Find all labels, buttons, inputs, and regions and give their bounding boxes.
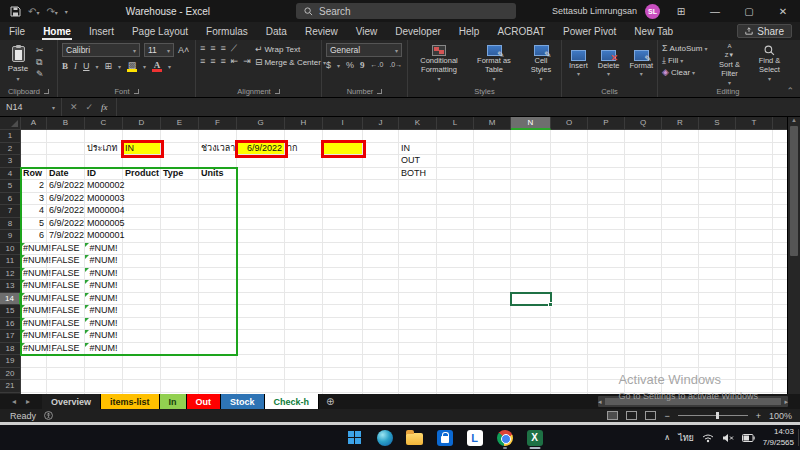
insert-function-icon[interactable]: fx bbox=[101, 102, 108, 112]
cell-R17[interactable] bbox=[662, 330, 699, 343]
cell-S2[interactable] bbox=[699, 143, 736, 156]
cell-H3[interactable] bbox=[285, 155, 323, 168]
cell-N15[interactable] bbox=[511, 305, 551, 318]
new-sheet-button[interactable]: ⊕ bbox=[319, 394, 341, 409]
cell-P19[interactable] bbox=[588, 355, 625, 368]
cell-H16[interactable] bbox=[285, 318, 323, 331]
cell-T20[interactable] bbox=[736, 368, 773, 381]
row-header-21[interactable]: 21 bbox=[0, 380, 21, 393]
cell-T19[interactable] bbox=[736, 355, 773, 368]
cell-G21[interactable] bbox=[237, 380, 285, 393]
cell-E20[interactable] bbox=[161, 368, 199, 381]
page-break-view-icon[interactable] bbox=[645, 411, 656, 420]
decrease-decimal-icon[interactable]: .0→ bbox=[389, 60, 402, 70]
cell-B19[interactable] bbox=[47, 355, 85, 368]
cell-Q6[interactable] bbox=[625, 193, 662, 206]
wifi-icon[interactable] bbox=[702, 433, 714, 443]
cell-K14[interactable] bbox=[399, 293, 437, 306]
cell-K21[interactable] bbox=[399, 380, 437, 393]
row-header-3[interactable]: 3 bbox=[0, 155, 21, 168]
cell-H5[interactable] bbox=[285, 180, 323, 193]
cell-P4[interactable] bbox=[588, 168, 625, 181]
row-header-9[interactable]: 9 bbox=[0, 230, 21, 243]
cell-C19[interactable] bbox=[85, 355, 123, 368]
cell-T14[interactable] bbox=[736, 293, 773, 306]
cell-L17[interactable] bbox=[437, 330, 474, 343]
cell-R15[interactable] bbox=[662, 305, 699, 318]
zoom-in-icon[interactable]: + bbox=[756, 411, 761, 421]
cell-H4[interactable] bbox=[285, 168, 323, 181]
row-header-20[interactable]: 20 bbox=[0, 368, 21, 381]
cell-H9[interactable] bbox=[285, 230, 323, 243]
cell-S6[interactable] bbox=[699, 193, 736, 206]
cell-O2[interactable] bbox=[551, 143, 588, 156]
column-header-Q[interactable]: Q bbox=[625, 117, 662, 130]
clock[interactable]: 14:03 7/9/2565 bbox=[763, 427, 794, 448]
cell-T9[interactable] bbox=[736, 230, 773, 243]
cell-T11[interactable] bbox=[736, 255, 773, 268]
cell-R14[interactable] bbox=[662, 293, 699, 306]
cell-L9[interactable] bbox=[437, 230, 474, 243]
cell-Q9[interactable] bbox=[625, 230, 662, 243]
cell-P14[interactable] bbox=[588, 293, 625, 306]
grow-font-icon[interactable]: A˄ bbox=[178, 45, 189, 55]
insert-cells-button[interactable]: Insert▾ bbox=[566, 43, 591, 85]
ribbon-tab-new-tab[interactable]: New Tab bbox=[625, 22, 682, 40]
cell-E4[interactable]: Type bbox=[161, 168, 199, 181]
cell-S19[interactable] bbox=[699, 355, 736, 368]
cell-H13[interactable] bbox=[285, 280, 323, 293]
cell-N18[interactable] bbox=[511, 343, 551, 356]
cell-R11[interactable] bbox=[662, 255, 699, 268]
avatar[interactable]: SL bbox=[645, 4, 660, 19]
cell-D5[interactable] bbox=[123, 180, 161, 193]
cell-I17[interactable] bbox=[323, 330, 363, 343]
cell-G8[interactable] bbox=[237, 218, 285, 231]
enter-icon[interactable]: ✓ bbox=[86, 102, 94, 112]
select-all-corner[interactable] bbox=[0, 117, 21, 130]
orientation-icon[interactable]: ⟋ bbox=[231, 43, 237, 53]
cell-G15[interactable] bbox=[237, 305, 285, 318]
cell-E7[interactable] bbox=[161, 205, 199, 218]
cell-F21[interactable] bbox=[199, 380, 237, 393]
cell-B15[interactable]: FALSE bbox=[47, 305, 85, 318]
cell-B13[interactable]: FALSE bbox=[47, 280, 85, 293]
cell-G16[interactable] bbox=[237, 318, 285, 331]
cell-H20[interactable] bbox=[285, 368, 323, 381]
cell-K19[interactable] bbox=[399, 355, 437, 368]
cell-R16[interactable] bbox=[662, 318, 699, 331]
cell-I20[interactable] bbox=[323, 368, 363, 381]
cell-I2[interactable] bbox=[323, 143, 363, 156]
cell-N19[interactable] bbox=[511, 355, 551, 368]
cell-M7[interactable] bbox=[474, 205, 511, 218]
cell-O1[interactable] bbox=[551, 130, 588, 143]
cell-D15[interactable] bbox=[123, 305, 161, 318]
cell-R10[interactable] bbox=[662, 243, 699, 256]
cell-R1[interactable] bbox=[662, 130, 699, 143]
cell-J13[interactable] bbox=[363, 280, 399, 293]
cell-C3[interactable] bbox=[85, 155, 123, 168]
cell-F10[interactable] bbox=[199, 243, 237, 256]
cell-L8[interactable] bbox=[437, 218, 474, 231]
cell-M5[interactable] bbox=[474, 180, 511, 193]
cell-A3[interactable] bbox=[21, 155, 47, 168]
cell-A1[interactable] bbox=[21, 130, 47, 143]
redo-icon[interactable]: ↷▾ bbox=[46, 6, 57, 17]
cell-Q7[interactable] bbox=[625, 205, 662, 218]
cell-Q16[interactable] bbox=[625, 318, 662, 331]
cell-N1[interactable] bbox=[511, 130, 551, 143]
cell-S17[interactable] bbox=[699, 330, 736, 343]
cell-D12[interactable] bbox=[123, 268, 161, 281]
cell-S13[interactable] bbox=[699, 280, 736, 293]
cell-G18[interactable] bbox=[237, 343, 285, 356]
cell-B21[interactable] bbox=[47, 380, 85, 393]
cell-B18[interactable]: FALSE bbox=[47, 343, 85, 356]
cell-T3[interactable] bbox=[736, 155, 773, 168]
taskbar-chrome[interactable] bbox=[494, 427, 515, 448]
cell-H8[interactable] bbox=[285, 218, 323, 231]
cell-L1[interactable] bbox=[437, 130, 474, 143]
cell-I11[interactable] bbox=[323, 255, 363, 268]
cell-Q14[interactable] bbox=[625, 293, 662, 306]
cell-O12[interactable] bbox=[551, 268, 588, 281]
find-select-button[interactable]: Find & Select▾ bbox=[752, 43, 788, 85]
cell-Q19[interactable] bbox=[625, 355, 662, 368]
